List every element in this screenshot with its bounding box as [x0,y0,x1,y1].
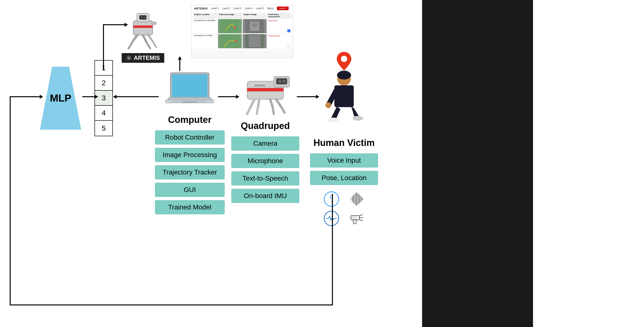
loop-vertical-right [332,194,333,305]
svg-line-71 [359,214,362,216]
svg-rect-17 [220,19,239,33]
artemis-badge: A ARTEMIS [122,53,164,63]
web-cell-location2: -86.02832023, 40.25405 [193,34,217,49]
artemis-icon: A [126,55,132,61]
computer-icon [164,70,215,113]
feature-trained-model: Trained Model [155,200,224,214]
loop-vertical-left [10,96,11,305]
no-response-flag: Unresponsive [268,35,280,37]
web-cell-assessment1: Close Risk ✓ [267,19,292,34]
thermometer-gun-icon [349,211,364,226]
web-col-header3: Subject Image [242,13,267,19]
svg-point-53 [328,118,338,122]
web-cell-traj2 [218,34,242,49]
web-cell-subject1 [242,19,267,34]
sensor-icons-row: O ₂ [324,191,364,207]
web-navbar: ARTEMIS Level 1 Level 2 Level 3 Level 4 … [192,5,293,12]
web-cell-location1: -86.02829702, 40.25209285 [193,19,217,34]
feature-trajectory-tracker: Trajectory Tracker [155,165,224,179]
svg-line-9 [146,43,150,49]
svg-rect-74 [352,216,357,219]
svg-point-18 [234,27,236,28]
mlp-section: MLP [40,67,81,130]
robot-image [119,6,167,52]
feature-pose-location: Pose, Location [310,171,378,185]
list-item-2: 2 [95,76,112,91]
list-item-4: 4 [95,106,112,121]
svg-point-55 [326,102,331,108]
svg-line-45 [247,107,251,114]
sensor-icons-row2 [324,211,364,226]
victim-section: Human Victim Voice Input Pose, Location … [310,51,378,226]
quadruped-label: Quadruped [241,121,290,131]
svg-rect-38 [247,88,284,91]
quadruped-features: Camera Microphone Text-to-Speech On-boar… [232,136,299,203]
svg-line-46 [258,99,259,107]
svg-line-8 [143,35,146,43]
svg-text:ARTEMIS: ARTEMIS [254,84,265,87]
svg-rect-14 [152,22,156,25]
victim-label: Human Victim [314,138,375,148]
computer-features: Robot Controller Image Processing Trajec… [155,130,224,214]
svg-line-12 [148,35,153,41]
arrow-to-mlp [10,96,40,97]
artemis-web-screenshot: ARTEMIS Level 1 Level 2 Level 3 Level 4 … [192,5,293,58]
svg-point-21 [252,23,257,27]
computer-section: Computer Robot Controller Image Processi… [155,70,224,214]
feature-robot-controller: Robot Controller [155,130,224,144]
feature-image-processing: Image Processing [155,148,224,162]
web-cell-traj1 [218,19,242,34]
svg-rect-25 [249,35,260,47]
heart-rate-icon [324,211,339,226]
svg-point-23 [235,40,237,42]
svg-line-41 [281,107,285,113]
svg-line-47 [257,107,258,114]
quadruped-icon: ARTEMIS [232,67,298,119]
arrow-artemis-horizontal-top [103,24,125,25]
sound-wave-icon [349,191,364,207]
svg-point-37 [282,80,286,83]
nav-level5: Level 5 [256,7,264,10]
mlp-label: MLP [50,92,72,104]
svg-point-54 [352,116,363,121]
nav-level3: Level 3 [234,7,241,10]
arrow-quad-to-victim [297,96,316,97]
svg-point-4 [144,16,146,19]
o2-sensor-icon: O ₂ [324,191,339,207]
feature-microphone: Microphone [232,154,299,168]
nav-level4: Level 4 [245,7,252,10]
feature-voice-input: Voice Input [310,153,378,167]
svg-rect-52 [334,85,354,107]
feature-imu: On-board IMU [232,189,299,203]
right-panel [422,0,533,327]
svg-point-3 [140,16,143,19]
svg-point-51 [337,71,351,80]
nav-active: Level 1 [277,7,288,10]
feature-gui: GUI [155,183,224,197]
victim-features: Voice Input Pose, Location [310,153,378,185]
computer-label: Computer [168,115,212,125]
svg-line-43 [272,107,274,114]
svg-rect-5 [133,26,153,28]
arrow-mlp-to-list [82,96,95,97]
arrow-computer-to-quad [218,96,236,97]
web-col-header2: Trajectory Image [218,13,242,19]
web-cell-assessment2: Unresponsive [267,34,292,49]
location-pin [336,51,352,72]
svg-rect-32 [182,101,197,103]
svg-line-44 [251,99,254,107]
artemis-robot-section: A ARTEMIS [119,6,167,63]
svg-line-73 [359,219,362,221]
nav-level1: Level 1 [211,7,219,10]
svg-point-36 [278,80,282,83]
nav-level2: Level 2 [222,7,230,10]
arrow-computer-to-list [116,96,159,97]
svg-line-40 [276,99,281,107]
svg-point-49 [341,56,347,62]
feature-camera: Camera [232,136,299,151]
web-col-header4: Preliminary Assessment [267,13,292,19]
list-item-5: 5 [95,121,112,136]
web-content: Subject Location Trajectory Image Subjec… [192,12,293,50]
arrow-computer-up [179,59,180,71]
svg-rect-28 [172,74,208,97]
